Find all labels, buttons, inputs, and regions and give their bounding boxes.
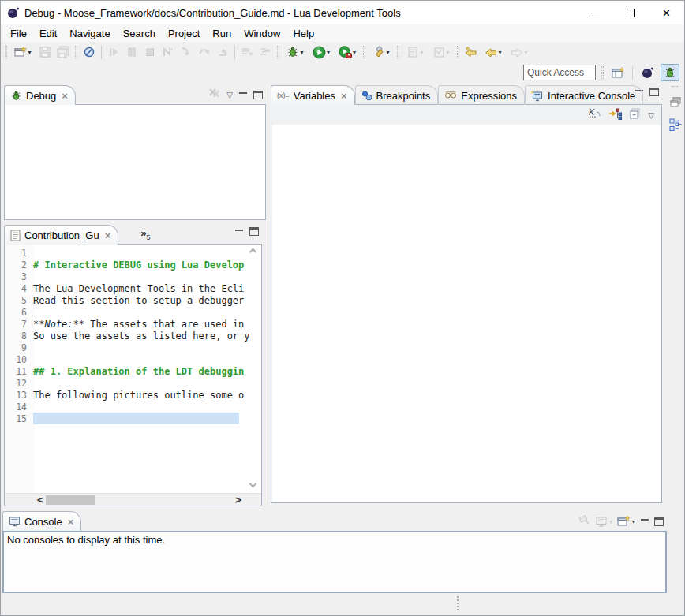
- debug-maximize-button[interactable]: [253, 91, 263, 99]
- quick-access-input[interactable]: [523, 65, 596, 80]
- display-selected-console-button[interactable]: ▾: [595, 516, 612, 528]
- open-perspective-button[interactable]: [609, 64, 627, 81]
- new-wizard-button[interactable]: ▾: [10, 43, 36, 61]
- artifact-icon: [432, 46, 445, 58]
- menu-edit[interactable]: Edit: [33, 26, 63, 41]
- open-task-button[interactable]: ▾: [402, 43, 428, 61]
- menu-project[interactable]: Project: [162, 26, 206, 41]
- terminate-button[interactable]: [141, 43, 159, 61]
- editor-line: 6: [9, 306, 247, 318]
- editor-line: 4The Lua Development Tools in the Ecli: [9, 282, 247, 294]
- step-return-icon: [216, 46, 229, 58]
- editor-text[interactable]: 1 2# Interactive DEBUG using Lua Develop…: [9, 247, 247, 424]
- open-console-button[interactable]: ▾: [617, 515, 635, 528]
- run-button[interactable]: ▾: [309, 43, 334, 61]
- debug-tree-area[interactable]: [4, 104, 266, 220]
- tab-editor-contribution-guide[interactable]: Contribution_Gu ×: [4, 225, 118, 245]
- step-over-icon: [198, 46, 211, 58]
- disconnect-button[interactable]: [159, 43, 177, 61]
- variables-view-menu-icon[interactable]: ▽: [648, 111, 654, 120]
- debug-button[interactable]: ▾: [283, 43, 308, 61]
- scroll-down-icon[interactable]: [249, 480, 257, 488]
- close-window-button[interactable]: ×: [649, 1, 684, 24]
- editor-minimize-button[interactable]: [234, 228, 244, 236]
- resume-button[interactable]: [105, 43, 122, 61]
- horizontal-scrollbar-thumb[interactable]: [46, 495, 95, 505]
- editor-line: 8So use the assets as listed here, or y: [9, 330, 247, 342]
- pin-console-button[interactable]: [578, 513, 590, 529]
- tab-expressions[interactable]: Expressions: [438, 85, 525, 105]
- variables-maximize-button[interactable]: [649, 88, 659, 96]
- tab-console-close-icon[interactable]: ×: [68, 516, 74, 528]
- menu-window[interactable]: Window: [238, 26, 286, 41]
- breakpoints-icon: [361, 90, 372, 101]
- editor-maximize-button[interactable]: [249, 227, 259, 236]
- console-maximize-button[interactable]: [654, 517, 664, 526]
- tab-debug-close-icon[interactable]: ×: [62, 90, 68, 102]
- step-over-button[interactable]: [196, 43, 213, 61]
- drop-to-frame-icon: [241, 46, 253, 58]
- show-logical-structures-button[interactable]: [608, 107, 623, 123]
- menu-file[interactable]: File: [4, 26, 33, 41]
- menu-run[interactable]: Run: [206, 26, 238, 41]
- debug-view: Debug × ▽: [4, 84, 266, 220]
- tab-variables-close-icon[interactable]: ×: [341, 90, 347, 102]
- console-minimize-button[interactable]: [640, 517, 649, 525]
- step-return-button[interactable]: [214, 43, 231, 61]
- suspend-button[interactable]: [123, 43, 140, 61]
- debug-view-menu-icon[interactable]: ▽: [226, 91, 233, 99]
- title-bar: Debug - Moose_Framework/docs/Contributio…: [1, 1, 684, 24]
- drop-to-frame-button[interactable]: [238, 43, 256, 61]
- last-edit-location-button[interactable]: [462, 43, 480, 61]
- save-all-button[interactable]: [54, 43, 72, 61]
- maximize-window-button[interactable]: [613, 1, 649, 24]
- app-logo-icon: [7, 6, 20, 19]
- tab-interactive-console[interactable]: Interactive Console: [525, 85, 643, 105]
- status-bar-grip[interactable]: [457, 596, 459, 610]
- editor-body[interactable]: 1 2# Interactive DEBUG using Lua Develop…: [4, 244, 262, 506]
- debug-minimize-button[interactable]: [238, 91, 248, 99]
- tab-breakpoints[interactable]: Breakpoints: [355, 85, 439, 105]
- open-artifact-button[interactable]: ▾: [429, 43, 454, 61]
- menu-navigate[interactable]: Navigate: [63, 26, 116, 41]
- skip-all-breakpoints-button[interactable]: [80, 43, 98, 61]
- menu-help[interactable]: Help: [286, 26, 320, 41]
- horizontal-scrollbar[interactable]: < >: [5, 493, 261, 506]
- debug-perspective-button[interactable]: [661, 64, 679, 81]
- show-logical-structures-icon: [608, 107, 623, 120]
- forward-button[interactable]: ▾: [507, 43, 532, 61]
- menu-search[interactable]: Search: [117, 26, 162, 41]
- step-into-button[interactable]: [178, 43, 195, 61]
- editor-line: 14: [9, 401, 247, 413]
- save-button[interactable]: [36, 43, 54, 61]
- back-button[interactable]: ▾: [481, 43, 506, 61]
- run-last-launched-button[interactable]: ▾: [335, 43, 360, 61]
- outline-view-button[interactable]: [669, 118, 682, 134]
- console-output-area[interactable]: No consoles to display at this time.: [2, 531, 667, 593]
- tab-console[interactable]: Console ×: [2, 511, 81, 531]
- scroll-up-icon[interactable]: [249, 248, 257, 256]
- tab-variables[interactable]: (x)= Variables ×: [271, 85, 355, 105]
- scroll-left-icon[interactable]: <: [36, 494, 44, 506]
- scroll-right-icon[interactable]: >: [234, 494, 242, 506]
- tab-debug[interactable]: Debug ×: [4, 85, 76, 105]
- restore-view-button[interactable]: [670, 96, 681, 110]
- editor-tab-overflow-chevron[interactable]: »5: [140, 227, 150, 241]
- editor-area: Contribution_Gu × »5 1 2# Interactive DE…: [4, 224, 262, 506]
- lua-perspective-button[interactable]: [638, 64, 657, 81]
- step-into-icon: [180, 46, 193, 58]
- minimize-window-button[interactable]: [578, 1, 613, 24]
- variables-view-stack: (x)= Variables × Breakpoints Expressio: [271, 84, 662, 503]
- use-step-filters-button[interactable]: [256, 43, 274, 61]
- external-tools-button[interactable]: ▾: [369, 43, 394, 61]
- variables-tree-area[interactable]: [272, 125, 661, 502]
- save-all-icon: [57, 46, 69, 58]
- tab-editor-close-icon[interactable]: ×: [105, 230, 111, 241]
- markdown-file-icon: [10, 230, 21, 241]
- step-filters-icon: [259, 46, 271, 58]
- show-type-names-button[interactable]: K: [588, 107, 602, 123]
- run-icon: [313, 46, 326, 59]
- remove-all-terminated-button[interactable]: [208, 88, 221, 102]
- restore-view-icon: [670, 97, 681, 107]
- collapse-all-button[interactable]: [629, 107, 642, 123]
